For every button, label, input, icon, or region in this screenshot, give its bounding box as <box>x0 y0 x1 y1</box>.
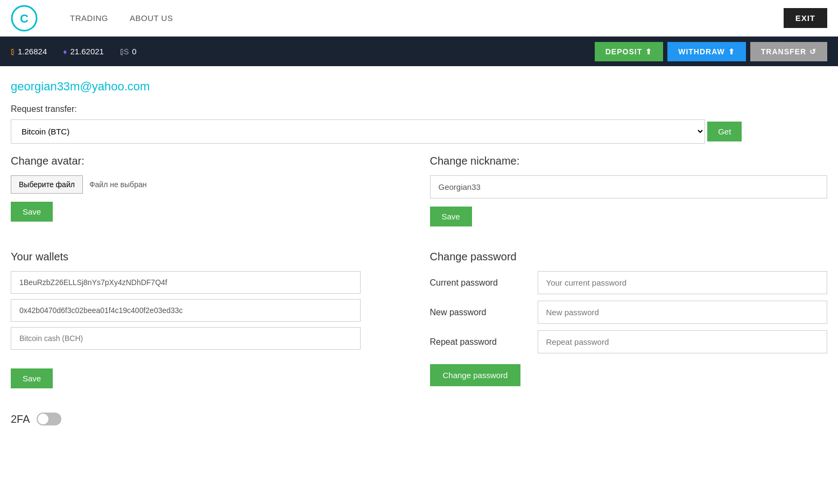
withdraw-label: WITHDRAW <box>678 47 725 56</box>
transfer-icon: ↺ <box>809 47 816 56</box>
wallets-save-button[interactable]: Save <box>11 368 53 388</box>
nickname-section: Change nickname: Save <box>430 155 828 235</box>
avatar-nickname-section: Change avatar: Выберите файл Файл не выб… <box>11 155 827 235</box>
eth-amount: 21.62021 <box>70 47 104 56</box>
b-icon: ₿S <box>120 47 129 56</box>
transfer-button[interactable]: TRANSFER ↺ <box>750 42 827 61</box>
request-transfer-label: Request transfer: <box>11 104 827 114</box>
choose-file-button[interactable]: Выберите файл <box>11 175 83 194</box>
logo-icon: C <box>11 5 38 32</box>
b-balance: ₿S 0 <box>120 47 137 56</box>
deposit-icon: ⬆ <box>645 47 652 56</box>
repeat-password-label: Repeat password <box>430 337 538 347</box>
balance-actions: DEPOSIT ⬆ WITHDRAW ⬆ TRANSFER ↺ <box>595 42 827 61</box>
current-password-row: Current password <box>430 271 828 294</box>
b-amount: 0 <box>132 47 136 56</box>
twofa-label: 2FA <box>11 413 30 425</box>
withdraw-icon: ⬆ <box>728 47 735 56</box>
eth-balance: ♦ 21.62021 <box>63 47 104 56</box>
withdraw-button[interactable]: WITHDRAW ⬆ <box>667 42 746 61</box>
nickname-title: Change nickname: <box>430 155 828 167</box>
new-password-label: New password <box>430 308 538 317</box>
btc-amount: 1.26824 <box>18 47 47 56</box>
nav-trading[interactable]: TRADING <box>70 13 108 23</box>
current-password-label: Current password <box>430 278 538 288</box>
new-password-row: New password <box>430 301 828 324</box>
wallet-1-input[interactable] <box>11 271 361 294</box>
btc-icon: ₿ <box>11 47 15 56</box>
user-email: georgian33m@yahoo.com <box>11 80 827 94</box>
current-password-input[interactable] <box>538 271 828 294</box>
wallet-2-input[interactable] <box>11 299 361 322</box>
file-input-row: Выберите файл Файл не выбран <box>11 175 409 194</box>
twofa-toggle[interactable] <box>37 413 61 425</box>
password-title: Change password <box>430 251 828 263</box>
twofa-row: 2FA <box>11 413 827 425</box>
avatar-save-button[interactable]: Save <box>11 202 53 222</box>
exit-button[interactable]: EXIT <box>784 8 827 28</box>
avatar-title: Change avatar: <box>11 155 409 167</box>
get-button[interactable]: Get <box>707 122 742 141</box>
repeat-password-input[interactable] <box>538 330 828 353</box>
nav-links: TRADING ABOUT US <box>70 13 784 23</box>
wallets-password-section: Your wallets Save Change password Curren… <box>11 251 827 396</box>
deposit-label: DEPOSIT <box>605 47 642 56</box>
svg-text:C: C <box>20 12 29 25</box>
nickname-input[interactable] <box>430 175 828 198</box>
nav-about[interactable]: ABOUT US <box>130 13 173 23</box>
wallets-list <box>11 271 409 355</box>
top-navigation: C TRADING ABOUT US EXIT <box>0 0 838 37</box>
avatar-section: Change avatar: Выберите файл Файл не выб… <box>11 155 409 235</box>
wallets-section: Your wallets Save <box>11 251 409 396</box>
btc-balance: ₿ 1.26824 <box>11 47 47 56</box>
new-password-input[interactable] <box>538 301 828 324</box>
repeat-password-row: Repeat password <box>430 330 828 353</box>
crypto-select[interactable]: Bitcoin (BTC) Ethereum (ETH) Bitcoin Cas… <box>11 119 705 144</box>
wallets-title: Your wallets <box>11 251 409 263</box>
transfer-label: TRANSFER <box>761 47 806 56</box>
balance-bar: ₿ 1.26824 ♦ 21.62021 ₿S 0 DEPOSIT ⬆ WITH… <box>0 37 838 66</box>
wallet-3-input[interactable] <box>11 327 361 350</box>
password-section: Change password Current password New pas… <box>430 251 828 396</box>
change-password-button[interactable]: Change password <box>430 364 521 386</box>
deposit-button[interactable]: DEPOSIT ⬆ <box>595 42 663 61</box>
eth-icon: ♦ <box>63 47 67 56</box>
logo-container: C <box>11 5 54 32</box>
main-content: georgian33m@yahoo.com Request transfer: … <box>0 66 838 439</box>
nickname-save-button[interactable]: Save <box>430 207 472 226</box>
file-name-text: Файл не выбран <box>89 180 147 189</box>
